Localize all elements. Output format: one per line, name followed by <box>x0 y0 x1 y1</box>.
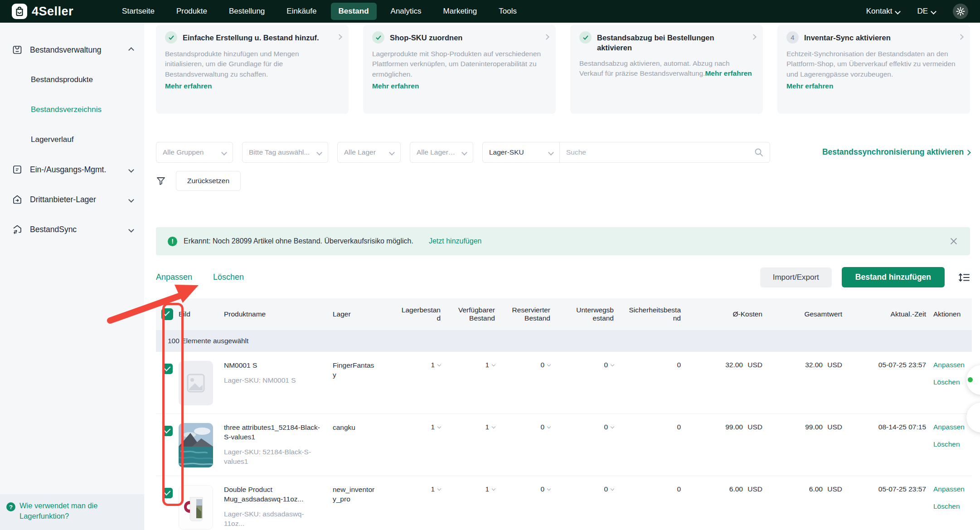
verfuegbar-cell[interactable]: 1 <box>447 361 501 369</box>
tag-filter-select[interactable]: Bitte Tag auswähl... <box>242 142 328 163</box>
bestand-hinzufuegen-button[interactable]: Bestand hinzufügen <box>842 267 945 287</box>
product-sku: Lager-SKU: asdsadaswq-11oz... <box>224 510 333 529</box>
stock-warning-banner: ! Erkannt: Noch 28099 Artikel ohne Besta… <box>156 227 970 255</box>
mehr-erfahren-link[interactable]: Mehr erfahren <box>165 82 212 90</box>
lager-cell: new_inventory_pro <box>333 485 376 504</box>
card-inventar-sync[interactable]: 4 Inventar-Sync aktivieren Echtzeit-Sync… <box>777 25 970 114</box>
sync-house-icon <box>12 224 23 235</box>
kontakt-dropdown[interactable]: Kontakt <box>866 7 900 16</box>
reserviert-cell[interactable]: 0 <box>501 361 557 369</box>
reserviert-cell[interactable]: 0 <box>501 485 557 493</box>
chevron-down-icon <box>492 425 495 428</box>
table-row: NM0001 S Lager-SKU: NM0001 S FingerFanta… <box>156 352 972 414</box>
chevron-down-icon <box>547 363 551 366</box>
product-name[interactable]: NM0001 S <box>224 361 333 370</box>
brand-logo[interactable]: 4Seller <box>12 4 73 19</box>
anpassen-row-link[interactable]: Anpassen <box>933 423 972 431</box>
reset-filters-button[interactable]: Zurücksetzen <box>176 171 241 191</box>
search-input[interactable] <box>560 148 754 156</box>
unterwegs-cell[interactable]: 0 <box>557 423 620 431</box>
mehr-erfahren-link[interactable]: Mehr erfahren <box>372 82 419 90</box>
anpassen-bulk-link[interactable]: Anpassen <box>156 272 192 282</box>
chevron-down-icon <box>128 197 134 203</box>
settings-gear-button[interactable] <box>953 4 968 19</box>
product-image-mug <box>179 485 213 530</box>
lagerbestand-cell[interactable]: 1 <box>396 485 447 493</box>
brand-name: 4Seller <box>32 5 73 19</box>
main-nav: Startseite Produkte Bestellung Einkäufe … <box>114 3 524 20</box>
column-settings-icon[interactable] <box>958 272 970 283</box>
chevron-down-icon <box>492 487 495 491</box>
nav-item-bestand[interactable]: Bestand <box>331 3 377 20</box>
nav-item-startseite[interactable]: Startseite <box>114 3 162 20</box>
group-filter-select[interactable]: Alle Gruppen <box>156 142 233 163</box>
lagerstandort-filter-select[interactable]: Alle Lagerst... <box>410 142 473 163</box>
lager-filter-select[interactable]: Alle Lager <box>337 142 401 163</box>
nav-item-tools[interactable]: Tools <box>491 3 524 20</box>
loeschen-bulk-link[interactable]: Löschen <box>213 272 244 282</box>
chevron-down-icon <box>221 150 227 156</box>
chevron-down-icon <box>437 363 441 366</box>
anpassen-row-link[interactable]: Anpassen <box>933 361 972 369</box>
sidebar-item-bestandsprodukte[interactable]: Bestandsprodukte <box>0 69 144 91</box>
chevron-down-icon <box>437 425 441 428</box>
verfuegbar-cell[interactable]: 1 <box>447 485 501 493</box>
reserviert-cell[interactable]: 0 <box>501 423 557 431</box>
nav-item-bestellung[interactable]: Bestellung <box>221 3 272 20</box>
sidebar-item-bestandsverwaltung[interactable]: Bestandsverwaltung <box>0 39 144 61</box>
card-shop-sku-zuordnen[interactable]: Shop-SKU zuordnen Lagerprodukte mit Shop… <box>363 25 556 114</box>
row-checkbox[interactable] <box>162 426 173 436</box>
jetzt-hinzufuegen-link[interactable]: Jetzt hinzufügen <box>429 237 482 245</box>
lagerbestand-cell[interactable]: 1 <box>396 361 447 369</box>
table-toolbar: Anpassen Löschen Import/Export Bestand h… <box>156 267 970 287</box>
nav-item-analytics[interactable]: Analytics <box>383 3 429 20</box>
select-all-checkbox[interactable] <box>161 308 173 320</box>
loeschen-row-link[interactable]: Löschen <box>933 440 972 448</box>
nav-item-produkte[interactable]: Produkte <box>169 3 215 20</box>
sidebar-item-drittanbieter-lager[interactable]: Drittanbieter-Lager <box>0 189 144 210</box>
search-field-group: Lager-SKU <box>482 142 770 163</box>
unterwegs-cell[interactable]: 0 <box>557 485 620 493</box>
gesamtwert-cell: 32.00 USD <box>769 361 849 369</box>
product-name[interactable]: three attributes1_52184-Black-S-values1 <box>224 423 333 442</box>
sidebar-item-lagerverlauf[interactable]: Lagerverlauf <box>0 129 144 151</box>
col-kosten: Ø-Kosten <box>687 306 769 323</box>
row-checkbox[interactable] <box>162 364 173 374</box>
sicherheit-cell: 0 <box>620 485 687 493</box>
product-name[interactable]: Double Product Mug_asdsadaswq-11oz... <box>224 485 333 504</box>
zeit-cell: 05-07-25 23:57 <box>849 361 932 369</box>
col-aktual-zeit: Aktual.-Zeit <box>849 306 932 323</box>
chevron-down-icon <box>931 9 936 15</box>
unterwegs-cell[interactable]: 0 <box>557 361 620 369</box>
loeschen-row-link[interactable]: Löschen <box>933 502 972 511</box>
main-content: Einfache Erstellung u. Bestand hinzuf. B… <box>144 23 980 530</box>
chevron-down-icon <box>895 9 901 15</box>
language-dropdown[interactable]: DE <box>917 7 936 16</box>
sidebar: Bestandsverwaltung Bestandsprodukte Best… <box>0 23 144 530</box>
sidebar-item-bestandsync[interactable]: BestandSync <box>0 219 144 240</box>
import-export-button[interactable]: Import/Export <box>760 267 832 287</box>
card-bestand-hinzufuegen[interactable]: Einfache Erstellung u. Bestand hinzuf. B… <box>156 25 349 114</box>
verfuegbar-cell[interactable]: 1 <box>447 423 501 431</box>
document-icon <box>12 164 23 175</box>
col-reservierter-bestand: Reservierter Bestand <box>501 301 557 327</box>
card-bestandsabzug[interactable]: Bestandsabzug bei Bestellungen aktiviere… <box>570 25 763 114</box>
chevron-down-icon <box>611 363 614 366</box>
anpassen-row-link[interactable]: Anpassen <box>933 485 972 493</box>
search-field-type-select[interactable]: Lager-SKU <box>483 142 560 162</box>
lagerbestand-cell[interactable]: 1 <box>396 423 447 431</box>
mehr-erfahren-link[interactable]: Mehr erfahren <box>786 82 833 90</box>
close-icon[interactable] <box>949 237 958 246</box>
sidebar-item-bestandsverzeichnis[interactable]: Bestandsverzeichnis <box>0 99 144 121</box>
help-link-lagerfunktion[interactable]: ? Wie verwendet man die Lagerfunktion? <box>0 494 144 530</box>
row-checkbox[interactable] <box>162 488 173 498</box>
bestandssync-aktivieren-link[interactable]: Bestandssynchronisierung aktivieren <box>822 147 970 157</box>
mehr-erfahren-link[interactable]: Mehr erfahren <box>705 68 752 78</box>
nav-item-einkaeufe[interactable]: Einkäufe <box>279 3 324 20</box>
nav-item-marketing[interactable]: Marketing <box>436 3 485 20</box>
filter-funnel-icon[interactable] <box>156 176 166 186</box>
sidebar-item-ein-ausgangs-mgmt[interactable]: Ein-/Ausgangs-Mgmt. <box>0 159 144 180</box>
chevron-down-icon <box>316 150 322 156</box>
product-sku: Lager-SKU: 52184-Black-S-values1 <box>224 447 333 467</box>
filter-bar: Alle Gruppen Bitte Tag auswähl... Alle L… <box>156 142 970 191</box>
